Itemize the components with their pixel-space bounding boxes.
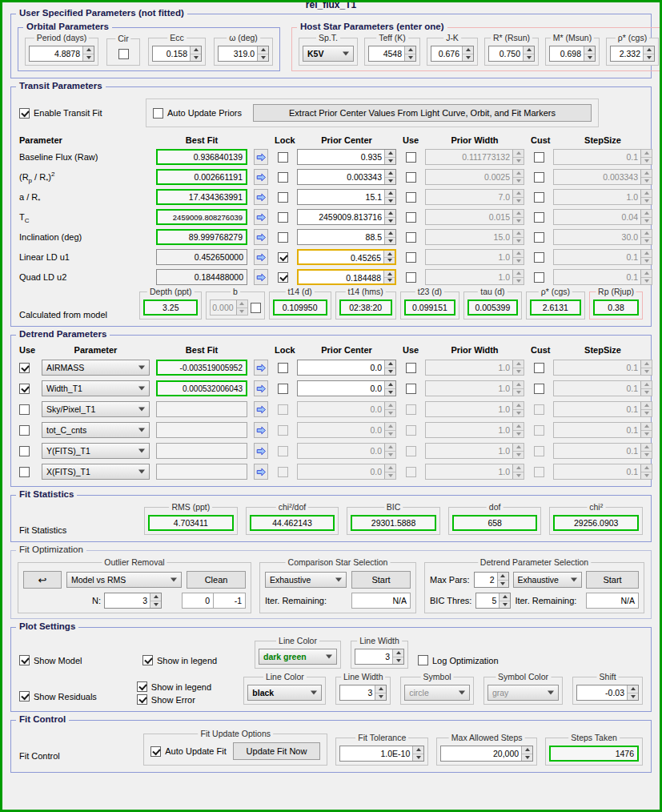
spinner-up-icon[interactable] [513,464,524,472]
spinner-up-icon[interactable] [513,270,524,278]
spinner-down-icon[interactable] [385,410,395,417]
spinner-down-icon[interactable] [641,452,652,459]
use-prior-checkbox[interactable] [406,212,416,223]
spinner-down-icon[interactable] [237,308,247,316]
spinner-up-icon[interactable] [513,170,524,178]
clean-button[interactable]: Clean [187,571,246,589]
spinner-up-icon[interactable] [513,150,524,158]
spinner-down-icon[interactable] [513,431,524,438]
copy-to-prior-button[interactable] [254,249,268,265]
spinner-down-icon[interactable] [513,238,524,245]
detrend-sel-start-button[interactable]: Start [586,571,639,589]
spinner-down-icon[interactable] [375,693,386,701]
show-residuals-checkbox[interactable] [19,691,30,701]
enable-transit-fit[interactable]: Enable Transit Fit [19,108,131,119]
rho-input[interactable]: 2.332 [610,46,655,62]
lock-checkbox[interactable] [278,384,288,394]
spinner-up-icon[interactable] [385,360,395,368]
use-detrend-checkbox[interactable] [19,467,30,477]
spinner-down-icon[interactable] [524,54,534,62]
stepsize-input[interactable]: 30.0 [553,229,652,245]
symbol-select[interactable]: circle [404,685,470,701]
spinner-up-icon[interactable] [513,423,524,431]
spinner-up-icon[interactable] [393,649,403,657]
spinner-up-icon[interactable] [191,46,201,54]
enable-transit-fit-checkbox[interactable] [19,108,30,119]
detrend-param-select[interactable]: Y(FITS)_T1 [42,443,150,459]
teff-input[interactable]: 4548 [368,46,416,62]
bic-thres-input[interactable]: 5 [475,593,511,609]
spinner-down-icon[interactable] [385,452,395,459]
prior-center-input[interactable]: 0.935 [297,149,396,165]
stepsize-input[interactable]: 0.1 [553,149,652,165]
model-line-color-select[interactable]: dark green [259,649,337,665]
lock-checkbox[interactable] [278,152,288,163]
spinner-up-icon[interactable] [584,46,595,54]
log-optimization[interactable]: Log Optimization [418,655,499,665]
period-spinner[interactable] [82,46,94,61]
cust-checkbox[interactable] [534,467,544,477]
prior-width-input[interactable]: 1.0 [425,380,524,396]
use-prior-checkbox[interactable] [406,363,416,373]
b-checkbox[interactable] [251,303,261,313]
spinner-up-icon[interactable] [644,46,654,54]
use-prior-checkbox[interactable] [406,232,416,243]
ecc-input[interactable]: 0.158 [152,46,202,62]
spinner-up-icon[interactable] [150,593,161,601]
auto-update-priors-checkbox[interactable] [153,108,163,119]
prior-center-input[interactable]: 0.0 [297,380,396,396]
comp-star-mode-select[interactable]: Exhaustive [265,572,347,588]
prior-center-input[interactable]: 0.184488 [297,269,396,285]
spinner-down-icon[interactable] [413,754,423,762]
stepsize-spinner[interactable] [640,190,652,204]
stepsize-input[interactable]: 0.1 [553,269,652,285]
use-detrend-checkbox[interactable] [19,404,30,415]
spinner-down-icon[interactable] [385,389,395,396]
use-prior-checkbox[interactable] [406,384,416,394]
spinner-down-icon[interactable] [641,278,652,285]
prior-width-input[interactable]: 1.0 [425,422,524,438]
prior-width-spinner[interactable] [512,150,524,164]
stepsize-spinner[interactable] [640,210,652,224]
cust-checkbox[interactable] [534,172,544,183]
cust-checkbox[interactable] [534,152,544,163]
spinner-up-icon[interactable] [385,170,395,178]
ecc-spinner[interactable] [190,46,201,61]
copy-to-prior-button[interactable] [254,464,268,480]
spinner-down-icon[interactable] [641,238,652,245]
spinner-up-icon[interactable] [385,464,395,472]
spinner-up-icon[interactable] [498,573,508,581]
use-prior-checkbox[interactable] [406,252,416,263]
spinner-down-icon[interactable] [513,472,524,480]
cust-checkbox[interactable] [534,363,544,373]
show-in-legend-checkbox[interactable] [137,681,147,692]
prior-width-input[interactable]: 15.0 [425,229,524,245]
spinner-up-icon[interactable] [641,402,652,410]
spinner-up-icon[interactable] [385,210,395,218]
spinner-down-icon[interactable] [385,238,395,245]
prior-center-input[interactable]: 2459009.813716 [297,209,396,225]
spinner-up-icon[interactable] [513,190,524,198]
show-in-legend-residuals[interactable]: Show in legend [137,681,235,692]
lock-checkbox[interactable] [278,192,288,203]
lock-checkbox[interactable] [278,467,288,477]
spinner-down-icon[interactable] [641,410,652,417]
cust-checkbox[interactable] [534,252,544,263]
spinner-up-icon[interactable] [641,360,652,368]
omega-input[interactable]: 319.0 [218,46,269,62]
spinner-up-icon[interactable] [385,190,395,198]
copy-to-prior-button[interactable] [254,380,268,396]
prior-center-input[interactable]: 0.0 [297,422,396,438]
spinner-down-icon[interactable] [513,158,524,165]
spinner-down-icon[interactable] [641,198,652,205]
detrend-param-select[interactable]: Sky/Pixel_T1 [42,401,150,417]
cust-checkbox[interactable] [534,446,544,456]
rho-spinner[interactable] [643,46,654,61]
prior-width-input[interactable]: 0.111773132 [425,149,524,165]
prior-center-spinner[interactable] [384,210,395,224]
spinner-up-icon[interactable] [375,685,386,693]
prior-center-spinner[interactable] [384,190,395,204]
spinner-up-icon[interactable] [385,150,395,158]
show-model[interactable]: Show Model [19,655,133,665]
spinner-down-icon[interactable] [584,54,595,62]
